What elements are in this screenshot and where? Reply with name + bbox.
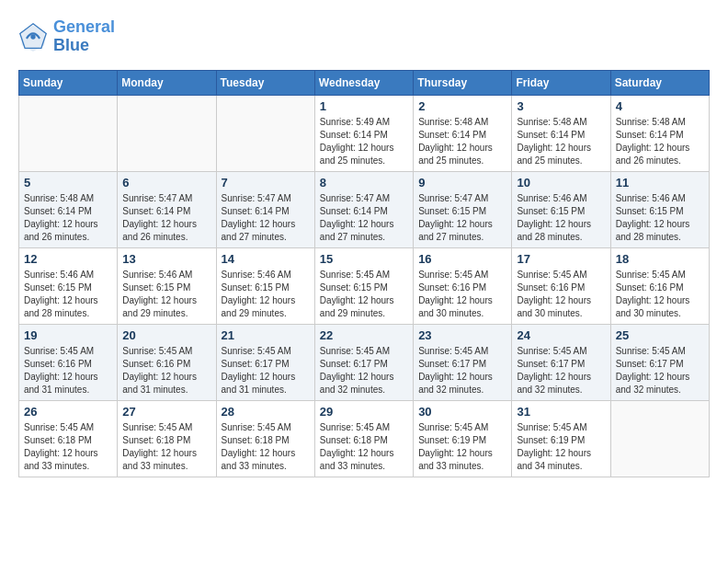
day-number: 25 <box>616 328 704 342</box>
day-header-thursday: Thursday <box>414 70 512 95</box>
day-number: 15 <box>320 252 408 266</box>
svg-point-2 <box>30 34 35 39</box>
page-header: General Blue <box>18 18 710 55</box>
calendar-cell: 16Sunrise: 5:45 AM Sunset: 6:16 PM Dayli… <box>414 247 512 324</box>
day-info: Sunrise: 5:47 AM Sunset: 6:14 PM Dayligh… <box>320 192 408 244</box>
day-number: 30 <box>418 405 506 419</box>
calendar-cell: 24Sunrise: 5:45 AM Sunset: 6:17 PM Dayli… <box>512 324 610 400</box>
day-info: Sunrise: 5:45 AM Sunset: 6:18 PM Dayligh… <box>24 421 112 473</box>
calendar-cell: 30Sunrise: 5:45 AM Sunset: 6:19 PM Dayli… <box>414 400 512 477</box>
day-info: Sunrise: 5:45 AM Sunset: 6:19 PM Dayligh… <box>517 421 605 473</box>
day-number: 8 <box>320 176 408 190</box>
day-info: Sunrise: 5:46 AM Sunset: 6:15 PM Dayligh… <box>222 269 310 320</box>
day-info: Sunrise: 5:47 AM Sunset: 6:15 PM Dayligh… <box>418 192 506 244</box>
day-number: 10 <box>517 176 605 190</box>
calendar-cell: 1Sunrise: 5:49 AM Sunset: 6:14 PM Daylig… <box>314 95 413 171</box>
day-info: Sunrise: 5:45 AM Sunset: 6:16 PM Dayligh… <box>24 345 112 396</box>
calendar-cell: 17Sunrise: 5:45 AM Sunset: 6:16 PM Dayli… <box>512 247 610 324</box>
calendar-cell: 22Sunrise: 5:45 AM Sunset: 6:17 PM Dayli… <box>314 324 413 400</box>
day-info: Sunrise: 5:45 AM Sunset: 6:18 PM Dayligh… <box>320 421 408 473</box>
calendar-cell: 8Sunrise: 5:47 AM Sunset: 6:14 PM Daylig… <box>314 171 413 247</box>
day-info: Sunrise: 5:45 AM Sunset: 6:17 PM Dayligh… <box>517 345 605 396</box>
day-number: 17 <box>517 252 605 266</box>
day-header-monday: Monday <box>118 70 216 95</box>
calendar-cell: 26Sunrise: 5:45 AM Sunset: 6:18 PM Dayli… <box>19 400 118 477</box>
day-number: 27 <box>122 405 210 419</box>
day-number: 5 <box>24 176 112 190</box>
day-info: Sunrise: 5:48 AM Sunset: 6:14 PM Dayligh… <box>24 192 112 244</box>
calendar-cell: 28Sunrise: 5:45 AM Sunset: 6:18 PM Dayli… <box>216 400 314 477</box>
calendar-week-row: 12Sunrise: 5:46 AM Sunset: 6:15 PM Dayli… <box>19 247 710 324</box>
day-info: Sunrise: 5:46 AM Sunset: 6:15 PM Dayligh… <box>122 269 210 320</box>
logo-text: General Blue <box>53 18 115 55</box>
day-info: Sunrise: 5:45 AM Sunset: 6:16 PM Dayligh… <box>122 345 210 396</box>
day-info: Sunrise: 5:48 AM Sunset: 6:14 PM Dayligh… <box>418 116 506 167</box>
calendar-cell: 12Sunrise: 5:46 AM Sunset: 6:15 PM Dayli… <box>19 247 118 324</box>
day-number: 26 <box>24 405 112 419</box>
day-info: Sunrise: 5:49 AM Sunset: 6:14 PM Dayligh… <box>320 116 408 167</box>
calendar-header-row: SundayMondayTuesdayWednesdayThursdayFrid… <box>19 70 710 95</box>
calendar-cell <box>610 400 709 477</box>
calendar-cell: 18Sunrise: 5:45 AM Sunset: 6:16 PM Dayli… <box>610 247 709 324</box>
logo: General Blue <box>18 18 115 55</box>
calendar-table: SundayMondayTuesdayWednesdayThursdayFrid… <box>18 70 710 477</box>
day-number: 3 <box>517 99 605 113</box>
calendar-cell: 9Sunrise: 5:47 AM Sunset: 6:15 PM Daylig… <box>414 171 512 247</box>
calendar-cell: 6Sunrise: 5:47 AM Sunset: 6:14 PM Daylig… <box>118 171 216 247</box>
calendar-cell <box>19 95 118 171</box>
day-info: Sunrise: 5:47 AM Sunset: 6:14 PM Dayligh… <box>222 192 310 244</box>
day-number: 9 <box>418 176 506 190</box>
day-number: 20 <box>122 328 210 342</box>
day-number: 13 <box>122 252 210 266</box>
day-info: Sunrise: 5:45 AM Sunset: 6:19 PM Dayligh… <box>418 421 506 473</box>
calendar-cell: 21Sunrise: 5:45 AM Sunset: 6:17 PM Dayli… <box>216 324 314 400</box>
day-info: Sunrise: 5:45 AM Sunset: 6:17 PM Dayligh… <box>616 345 704 396</box>
calendar-cell: 31Sunrise: 5:45 AM Sunset: 6:19 PM Dayli… <box>512 400 610 477</box>
day-info: Sunrise: 5:46 AM Sunset: 6:15 PM Dayligh… <box>517 192 605 244</box>
calendar-week-row: 5Sunrise: 5:48 AM Sunset: 6:14 PM Daylig… <box>19 171 710 247</box>
calendar-cell: 29Sunrise: 5:45 AM Sunset: 6:18 PM Dayli… <box>314 400 413 477</box>
day-info: Sunrise: 5:45 AM Sunset: 6:18 PM Dayligh… <box>122 421 210 473</box>
day-number: 7 <box>222 176 310 190</box>
calendar-cell: 13Sunrise: 5:46 AM Sunset: 6:15 PM Dayli… <box>118 247 216 324</box>
day-header-wednesday: Wednesday <box>314 70 413 95</box>
calendar-cell: 11Sunrise: 5:46 AM Sunset: 6:15 PM Dayli… <box>610 171 709 247</box>
day-number: 18 <box>616 252 704 266</box>
day-info: Sunrise: 5:45 AM Sunset: 6:17 PM Dayligh… <box>222 345 310 396</box>
calendar-cell: 2Sunrise: 5:48 AM Sunset: 6:14 PM Daylig… <box>414 95 512 171</box>
day-info: Sunrise: 5:46 AM Sunset: 6:15 PM Dayligh… <box>24 269 112 320</box>
day-number: 6 <box>122 176 210 190</box>
day-info: Sunrise: 5:47 AM Sunset: 6:14 PM Dayligh… <box>122 192 210 244</box>
calendar-week-row: 26Sunrise: 5:45 AM Sunset: 6:18 PM Dayli… <box>19 400 710 477</box>
day-number: 29 <box>320 405 408 419</box>
day-info: Sunrise: 5:48 AM Sunset: 6:14 PM Dayligh… <box>616 116 704 167</box>
day-header-sunday: Sunday <box>19 70 118 95</box>
day-number: 19 <box>24 328 112 342</box>
calendar-cell: 15Sunrise: 5:45 AM Sunset: 6:15 PM Dayli… <box>314 247 413 324</box>
day-number: 16 <box>418 252 506 266</box>
day-number: 11 <box>616 176 704 190</box>
day-header-saturday: Saturday <box>610 70 709 95</box>
day-number: 22 <box>320 328 408 342</box>
day-info: Sunrise: 5:45 AM Sunset: 6:17 PM Dayligh… <box>418 345 506 396</box>
calendar-cell: 5Sunrise: 5:48 AM Sunset: 6:14 PM Daylig… <box>19 171 118 247</box>
day-header-tuesday: Tuesday <box>216 70 314 95</box>
day-number: 4 <box>616 99 704 113</box>
calendar-cell: 19Sunrise: 5:45 AM Sunset: 6:16 PM Dayli… <box>19 324 118 400</box>
calendar-cell: 3Sunrise: 5:48 AM Sunset: 6:14 PM Daylig… <box>512 95 610 171</box>
calendar-cell: 25Sunrise: 5:45 AM Sunset: 6:17 PM Dayli… <box>610 324 709 400</box>
calendar-week-row: 19Sunrise: 5:45 AM Sunset: 6:16 PM Dayli… <box>19 324 710 400</box>
day-info: Sunrise: 5:45 AM Sunset: 6:15 PM Dayligh… <box>320 269 408 320</box>
day-info: Sunrise: 5:45 AM Sunset: 6:16 PM Dayligh… <box>616 269 704 320</box>
day-header-friday: Friday <box>512 70 610 95</box>
calendar-cell: 27Sunrise: 5:45 AM Sunset: 6:18 PM Dayli… <box>118 400 216 477</box>
calendar-cell: 4Sunrise: 5:48 AM Sunset: 6:14 PM Daylig… <box>610 95 709 171</box>
calendar-cell <box>216 95 314 171</box>
calendar-cell: 7Sunrise: 5:47 AM Sunset: 6:14 PM Daylig… <box>216 171 314 247</box>
day-info: Sunrise: 5:48 AM Sunset: 6:14 PM Dayligh… <box>517 116 605 167</box>
calendar-cell <box>118 95 216 171</box>
day-number: 31 <box>517 405 605 419</box>
day-number: 12 <box>24 252 112 266</box>
day-number: 28 <box>222 405 310 419</box>
day-info: Sunrise: 5:45 AM Sunset: 6:16 PM Dayligh… <box>418 269 506 320</box>
